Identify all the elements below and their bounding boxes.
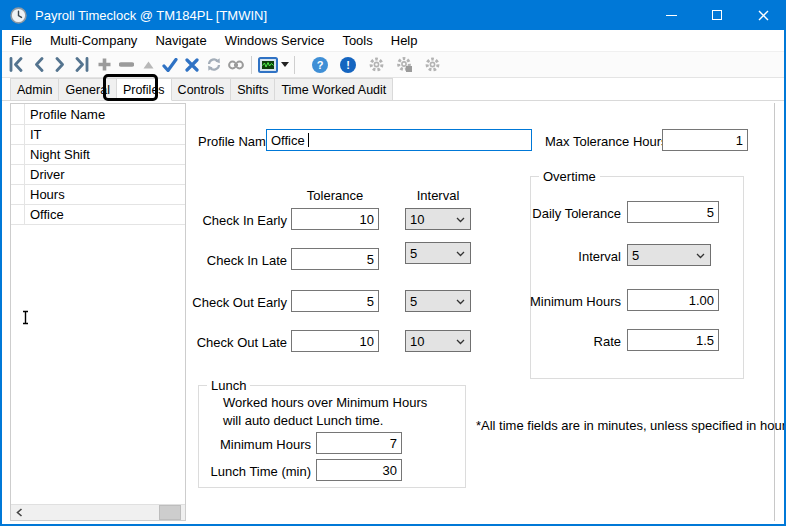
first-record-button[interactable] [5, 54, 27, 76]
check-in-late-tolerance-input[interactable] [291, 248, 379, 270]
tab-strip: Admin General Profiles Controls Shifts T… [2, 78, 784, 101]
maximize-icon [712, 10, 722, 20]
overtime-group-title: Overtime [539, 169, 600, 184]
cancel-x-icon [185, 58, 199, 72]
tab-profiles[interactable]: Profiles [116, 78, 172, 101]
check-in-early-tolerance-input[interactable] [291, 208, 379, 230]
last-record-button[interactable] [71, 54, 93, 76]
profile-name-input[interactable] [266, 129, 532, 151]
delete-record-button[interactable] [115, 54, 137, 76]
profile-row-office[interactable]: Office [11, 205, 185, 225]
overtime-minimum-hours-input[interactable] [627, 289, 719, 311]
horizontal-scrollbar[interactable] [11, 504, 185, 520]
check-in-early-label: Check In Early [192, 213, 287, 228]
next-record-button[interactable] [49, 54, 71, 76]
tab-shifts[interactable]: Shifts [230, 78, 275, 100]
lunch-minimum-hours-input[interactable] [316, 432, 402, 454]
tab-controls[interactable]: Controls [171, 78, 232, 100]
tolerance-column-header: Tolerance [290, 188, 380, 203]
row-selector-cell[interactable] [11, 145, 25, 164]
delete-icon [119, 57, 134, 72]
profile-name-label: Profile Name [198, 134, 273, 149]
menu-bar: File Multi-Company Navigate Windows Serv… [2, 30, 784, 52]
monitor-dropdown-caret-icon [281, 62, 289, 67]
overtime-groupbox: Overtime Daily Tolerance Interval 5 Mini… [530, 176, 744, 379]
menu-navigate[interactable]: Navigate [146, 30, 215, 51]
check-in-late-interval-select[interactable]: 5 [405, 242, 471, 264]
accept-changes-button[interactable] [159, 54, 181, 76]
panel-right-edge [774, 103, 775, 521]
row-selector-cell[interactable] [11, 125, 25, 144]
menu-windows-service[interactable]: Windows Service [216, 30, 334, 51]
minimize-button[interactable] [648, 0, 694, 30]
interval-column-header: Interval [405, 188, 471, 203]
lunch-minimum-hours-label: Minimum Hours [199, 437, 311, 452]
check-out-late-tolerance-input[interactable] [291, 330, 379, 352]
gear-stop-icon [396, 56, 413, 73]
close-button[interactable] [740, 0, 786, 30]
check-out-early-tolerance-input[interactable] [291, 290, 379, 312]
previous-record-button[interactable] [27, 54, 49, 76]
row-selector-cell[interactable] [11, 185, 25, 204]
maximize-button[interactable] [694, 0, 740, 30]
check-in-late-label: Check In Late [192, 253, 287, 268]
daily-tolerance-label: Daily Tolerance [532, 206, 621, 221]
toolbar-separator [251, 56, 252, 74]
menu-help[interactable]: Help [382, 30, 427, 51]
help-button[interactable]: ? [309, 54, 331, 76]
find-links-icon [227, 59, 245, 71]
check-out-early-interval-select[interactable]: 5 [405, 290, 471, 312]
profile-row-driver[interactable]: Driver [11, 165, 185, 185]
add-record-button[interactable] [93, 54, 115, 76]
lunch-group-title: Lunch [207, 378, 250, 393]
check-in-early-interval-select[interactable]: 10 [405, 208, 471, 230]
overtime-minimum-hours-label: Minimum Hours [530, 294, 621, 309]
check-out-early-label: Check Out Early [192, 295, 287, 310]
menu-file[interactable]: File [2, 30, 41, 51]
refresh-button[interactable] [203, 54, 225, 76]
service-uninstall-button[interactable] [393, 54, 415, 76]
scroll-left-button[interactable] [11, 505, 27, 521]
row-selector-cell[interactable] [11, 205, 25, 224]
lunch-time-label: Lunch Time (min) [199, 464, 311, 479]
service-config-button[interactable] [421, 54, 443, 76]
close-icon [758, 10, 769, 21]
menu-tools[interactable]: Tools [333, 30, 381, 51]
find-button[interactable] [225, 54, 247, 76]
add-icon [97, 57, 112, 72]
tab-time-worked-audit[interactable]: Time Worked Audit [274, 78, 393, 100]
profile-row-hours[interactable]: Hours [11, 185, 185, 205]
scrollbar-thumb[interactable] [159, 505, 181, 520]
restore-record-button[interactable] [137, 54, 159, 76]
menu-multi-company[interactable]: Multi-Company [41, 30, 146, 51]
monitor-dropdown-button[interactable] [256, 54, 290, 76]
scrollbar-track[interactable] [27, 505, 169, 520]
tab-admin[interactable]: Admin [10, 78, 59, 100]
check-out-late-interval-select[interactable]: 10 [405, 330, 471, 352]
monitor-icon [258, 57, 278, 73]
max-tolerance-hours-input[interactable] [662, 129, 748, 151]
time-fields-note: *All time fields are in minutes, unless … [476, 418, 786, 433]
lunch-groupbox: Lunch Worked hours over Minimum Hours wi… [198, 385, 466, 488]
chevron-down-icon [456, 217, 465, 223]
lunch-time-input[interactable] [316, 459, 402, 481]
previous-record-icon [32, 57, 45, 72]
lunch-description-line2: will auto deduct Lunch time. [223, 413, 383, 428]
profile-row-night-shift[interactable]: Night Shift [11, 145, 185, 165]
refresh-icon [206, 57, 222, 72]
chevron-left-icon [16, 508, 23, 517]
info-button[interactable]: ! [337, 54, 359, 76]
daily-tolerance-input[interactable] [627, 201, 719, 223]
overtime-interval-select[interactable]: 5 [627, 244, 711, 266]
app-window: Payroll Timeclock @ TM184PL [TMWIN] File… [0, 0, 786, 526]
gear-icon [424, 56, 441, 73]
cancel-changes-button[interactable] [181, 54, 203, 76]
row-selector-cell[interactable] [11, 165, 25, 184]
service-install-button[interactable] [365, 54, 387, 76]
toolbar-separator [294, 56, 295, 74]
profile-row-it[interactable]: IT [11, 125, 185, 145]
check-out-late-label: Check Out Late [192, 335, 287, 350]
profile-list-grid: Profile Name IT Night Shift Driver Hours… [10, 103, 186, 521]
tab-general[interactable]: General [58, 78, 116, 100]
rate-input[interactable] [627, 329, 719, 351]
